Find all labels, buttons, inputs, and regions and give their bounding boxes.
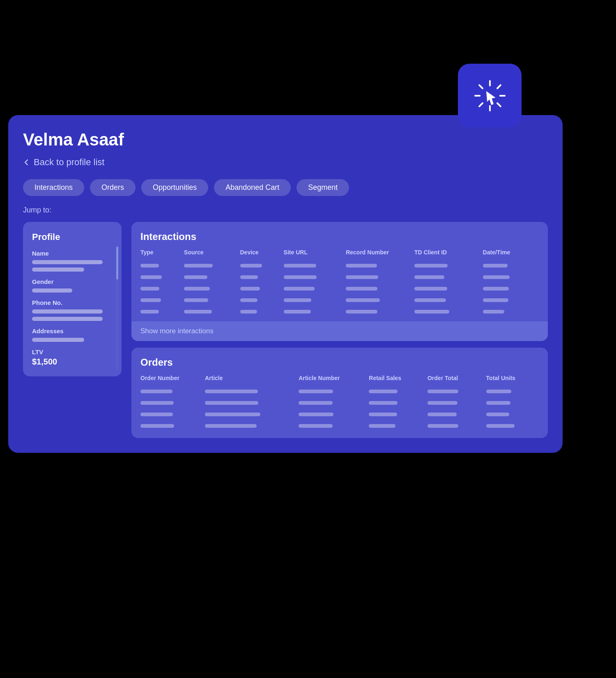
table-row [140, 385, 539, 397]
col-ordnum-header: Order Number [140, 375, 205, 385]
skeleton-cell [184, 275, 207, 279]
col-source-header: Source [184, 249, 240, 260]
tab-abandoned-cart[interactable]: Abandoned Cart [214, 179, 291, 196]
profile-name-label: Name [32, 250, 113, 257]
sidebar-scrollbar[interactable] [116, 247, 118, 370]
skeleton-cell [486, 413, 509, 416]
click-svg [471, 77, 508, 114]
skeleton-cell [486, 424, 515, 428]
interactions-section: Interactions Type Source Device Site URL… [131, 222, 548, 341]
tab-segment[interactable]: Segment [297, 179, 349, 196]
main-content: Interactions Type Source Device Site URL… [131, 222, 548, 438]
table-row [140, 260, 539, 271]
ltv-value: $1,500 [32, 357, 113, 367]
skeleton-cell [299, 390, 333, 393]
skeleton-cell [184, 310, 212, 314]
tab-orders[interactable]: Orders [90, 179, 136, 196]
svg-marker-8 [486, 91, 496, 105]
orders-header-row: Order Number Article Article Number Reta… [140, 375, 539, 385]
profile-phone-line-1 [32, 309, 103, 314]
ltv-label: LTV [32, 348, 113, 355]
table-row [140, 306, 539, 317]
profile-name-line-1 [32, 260, 103, 264]
orders-table: Order Number Article Article Number Reta… [140, 375, 539, 431]
profile-title: Profile [32, 232, 113, 242]
skeleton-cell [486, 390, 511, 393]
skeleton-cell [428, 390, 458, 393]
skeleton-cell [428, 424, 458, 428]
svg-line-7 [479, 103, 483, 106]
skeleton-cell [240, 287, 260, 291]
skeleton-cell [205, 424, 257, 428]
skeleton-cell [205, 413, 260, 416]
skeleton-cell [284, 287, 315, 291]
skeleton-cell [483, 298, 508, 302]
skeleton-cell [483, 264, 508, 268]
skeleton-cell [140, 413, 173, 416]
skeleton-cell [240, 264, 262, 268]
skeleton-cell [346, 298, 380, 302]
table-row [140, 271, 539, 283]
show-more-interactions-button[interactable]: Show more interactions [131, 321, 548, 341]
skeleton-cell [240, 310, 257, 314]
skeleton-cell [284, 298, 311, 302]
skeleton-cell [299, 413, 333, 416]
col-article-header: Article [205, 375, 299, 385]
table-row [140, 420, 539, 431]
table-row [140, 283, 539, 294]
col-device-header: Device [240, 249, 284, 260]
col-type-header: Type [140, 249, 184, 260]
table-row [140, 294, 539, 306]
skeleton-cell [140, 298, 161, 302]
col-tdclient-header: TD Client ID [414, 249, 483, 260]
col-ordtotal-header: Order Total [428, 375, 486, 385]
skeleton-cell [240, 298, 257, 302]
orders-title: Orders [140, 357, 539, 368]
skeleton-cell [483, 310, 504, 314]
skeleton-cell [184, 264, 213, 268]
profile-gender-label: Gender [32, 278, 113, 285]
table-row [140, 397, 539, 408]
skeleton-cell [140, 310, 159, 314]
tab-interactions[interactable]: Interactions [23, 179, 84, 196]
skeleton-cell [240, 275, 258, 279]
skeleton-cell [483, 275, 510, 279]
skeleton-cell [414, 287, 447, 291]
skeleton-cell [140, 287, 159, 291]
skeleton-cell [414, 298, 446, 302]
svg-line-4 [479, 85, 483, 88]
nav-tabs: Interactions Orders Opportunities Abando… [23, 179, 548, 196]
skeleton-cell [369, 413, 397, 416]
jump-to-label: Jump to: [23, 206, 548, 214]
skeleton-cell [184, 287, 210, 291]
col-recnum-header: Record Number [346, 249, 414, 260]
svg-line-5 [497, 103, 501, 106]
tab-opportunities[interactable]: Opportunities [141, 179, 208, 196]
skeleton-cell [414, 310, 449, 314]
skeleton-cell [140, 424, 174, 428]
skeleton-cell [486, 401, 510, 405]
col-retail-header: Retail Sales [369, 375, 428, 385]
skeleton-cell [284, 264, 316, 268]
skeleton-cell [369, 424, 395, 428]
skeleton-cell [299, 401, 333, 405]
skeleton-cell [140, 401, 174, 405]
back-to-profile-link[interactable]: Back to profile list [23, 157, 548, 168]
skeleton-cell [299, 424, 333, 428]
col-datetime-header: Date/Time [483, 249, 539, 260]
skeleton-cell [184, 298, 208, 302]
skeleton-cell [414, 264, 448, 268]
skeleton-cell [483, 287, 509, 291]
profile-gender-line [32, 288, 72, 293]
chevron-left-icon [23, 159, 30, 166]
interactions-title: Interactions [140, 231, 539, 242]
interactions-table: Type Source Device Site URL Record Numbe… [140, 249, 539, 317]
page-title: Velma Asaaf [23, 130, 548, 150]
orders-table-body [140, 385, 539, 431]
profile-name-line-2 [32, 268, 84, 272]
profile-address-line [32, 338, 84, 342]
skeleton-cell [346, 275, 378, 279]
main-card: Velma Asaaf Back to profile list Interac… [8, 115, 563, 453]
sidebar-scrollbar-thumb [116, 247, 118, 279]
skeleton-cell [346, 264, 377, 268]
